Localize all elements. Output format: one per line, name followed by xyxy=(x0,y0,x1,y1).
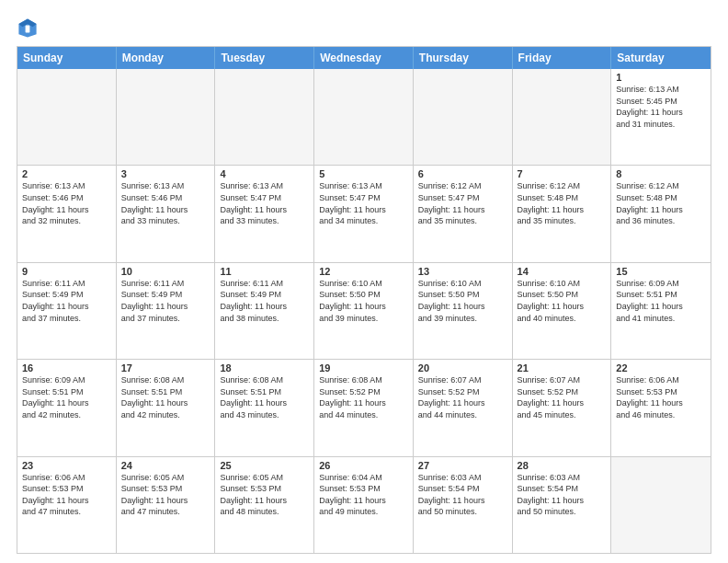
day-cell-11: 11Sunrise: 6:11 AM Sunset: 5:49 PM Dayli… xyxy=(215,263,314,359)
day-number: 18 xyxy=(220,362,309,373)
day-info: Sunrise: 6:13 AM Sunset: 5:46 PM Dayligh… xyxy=(121,180,210,226)
day-number: 26 xyxy=(319,460,408,471)
day-info: Sunrise: 6:12 AM Sunset: 5:48 PM Dayligh… xyxy=(518,180,607,226)
day-header-wednesday: Wednesday xyxy=(314,47,414,69)
header xyxy=(17,17,711,39)
day-info: Sunrise: 6:07 AM Sunset: 5:52 PM Dayligh… xyxy=(518,374,607,420)
day-cell-3: 3Sunrise: 6:13 AM Sunset: 5:46 PM Daylig… xyxy=(117,166,216,261)
day-info: Sunrise: 6:13 AM Sunset: 5:46 PM Dayligh… xyxy=(22,180,111,226)
day-cell-6: 6Sunrise: 6:12 AM Sunset: 5:47 PM Daylig… xyxy=(414,166,513,261)
day-cell-12: 12Sunrise: 6:10 AM Sunset: 5:50 PM Dayli… xyxy=(314,263,414,359)
day-info: Sunrise: 6:09 AM Sunset: 5:51 PM Dayligh… xyxy=(616,278,706,324)
day-cell-2: 2Sunrise: 6:13 AM Sunset: 5:46 PM Daylig… xyxy=(17,166,117,261)
day-number: 2 xyxy=(22,168,111,179)
day-cell-16: 16Sunrise: 6:09 AM Sunset: 5:51 PM Dayli… xyxy=(17,360,117,455)
day-cell-8: 8Sunrise: 6:12 AM Sunset: 5:48 PM Daylig… xyxy=(611,166,711,261)
day-cell-28: 28Sunrise: 6:03 AM Sunset: 5:54 PM Dayli… xyxy=(513,457,612,553)
day-number: 1 xyxy=(616,72,706,83)
weeks: 1Sunrise: 6:13 AM Sunset: 5:45 PM Daylig… xyxy=(17,69,711,553)
week-row-1: 1Sunrise: 6:13 AM Sunset: 5:45 PM Daylig… xyxy=(17,69,711,165)
calendar: SundayMondayTuesdayWednesdayThursdayFrid… xyxy=(17,46,711,554)
day-number: 12 xyxy=(319,266,408,277)
day-number: 16 xyxy=(22,362,111,373)
day-info: Sunrise: 6:11 AM Sunset: 5:49 PM Dayligh… xyxy=(22,278,111,324)
day-cell-19: 19Sunrise: 6:08 AM Sunset: 5:52 PM Dayli… xyxy=(314,360,414,455)
week-row-5: 23Sunrise: 6:06 AM Sunset: 5:53 PM Dayli… xyxy=(17,456,711,553)
day-header-friday: Friday xyxy=(513,47,612,69)
day-info: Sunrise: 6:08 AM Sunset: 5:51 PM Dayligh… xyxy=(121,374,210,420)
day-cell-1: 1Sunrise: 6:13 AM Sunset: 5:45 PM Daylig… xyxy=(611,69,711,165)
day-number: 13 xyxy=(418,266,507,277)
empty-cell xyxy=(513,69,612,165)
day-info: Sunrise: 6:13 AM Sunset: 5:47 PM Dayligh… xyxy=(220,180,309,226)
day-cell-15: 15Sunrise: 6:09 AM Sunset: 5:51 PM Dayli… xyxy=(611,263,711,359)
empty-cell xyxy=(215,69,314,165)
day-info: Sunrise: 6:06 AM Sunset: 5:53 PM Dayligh… xyxy=(22,472,111,518)
day-number: 25 xyxy=(220,460,309,471)
day-header-saturday: Saturday xyxy=(611,47,711,69)
day-info: Sunrise: 6:07 AM Sunset: 5:52 PM Dayligh… xyxy=(418,374,507,420)
day-cell-20: 20Sunrise: 6:07 AM Sunset: 5:52 PM Dayli… xyxy=(414,360,513,455)
day-number: 14 xyxy=(518,266,607,277)
day-header-sunday: Sunday xyxy=(17,47,117,69)
day-info: Sunrise: 6:13 AM Sunset: 5:47 PM Dayligh… xyxy=(319,180,408,226)
day-cell-18: 18Sunrise: 6:08 AM Sunset: 5:51 PM Dayli… xyxy=(215,360,314,455)
empty-cell xyxy=(414,69,513,165)
day-info: Sunrise: 6:11 AM Sunset: 5:49 PM Dayligh… xyxy=(121,278,210,324)
day-info: Sunrise: 6:06 AM Sunset: 5:53 PM Dayligh… xyxy=(616,374,706,420)
day-cell-23: 23Sunrise: 6:06 AM Sunset: 5:53 PM Dayli… xyxy=(17,457,117,553)
day-info: Sunrise: 6:04 AM Sunset: 5:53 PM Dayligh… xyxy=(319,472,408,518)
day-number: 17 xyxy=(121,362,210,373)
day-number: 4 xyxy=(220,168,309,179)
day-number: 20 xyxy=(418,362,507,373)
day-cell-5: 5Sunrise: 6:13 AM Sunset: 5:47 PM Daylig… xyxy=(314,166,414,261)
empty-cell xyxy=(17,69,117,165)
empty-cell xyxy=(611,457,711,553)
day-cell-26: 26Sunrise: 6:04 AM Sunset: 5:53 PM Dayli… xyxy=(314,457,414,553)
day-cell-14: 14Sunrise: 6:10 AM Sunset: 5:50 PM Dayli… xyxy=(513,263,612,359)
day-number: 27 xyxy=(418,460,507,471)
day-info: Sunrise: 6:10 AM Sunset: 5:50 PM Dayligh… xyxy=(418,278,507,324)
day-number: 11 xyxy=(220,266,309,277)
day-cell-4: 4Sunrise: 6:13 AM Sunset: 5:47 PM Daylig… xyxy=(215,166,314,261)
day-info: Sunrise: 6:08 AM Sunset: 5:51 PM Dayligh… xyxy=(220,374,309,420)
day-number: 28 xyxy=(518,460,607,471)
day-cell-13: 13Sunrise: 6:10 AM Sunset: 5:50 PM Dayli… xyxy=(414,263,513,359)
day-headers: SundayMondayTuesdayWednesdayThursdayFrid… xyxy=(17,47,711,69)
day-cell-17: 17Sunrise: 6:08 AM Sunset: 5:51 PM Dayli… xyxy=(117,360,216,455)
day-cell-10: 10Sunrise: 6:11 AM Sunset: 5:49 PM Dayli… xyxy=(117,263,216,359)
day-number: 9 xyxy=(22,266,111,277)
day-info: Sunrise: 6:12 AM Sunset: 5:47 PM Dayligh… xyxy=(418,180,507,226)
day-number: 15 xyxy=(616,266,706,277)
day-number: 7 xyxy=(518,168,607,179)
day-info: Sunrise: 6:11 AM Sunset: 5:49 PM Dayligh… xyxy=(220,278,309,324)
day-number: 22 xyxy=(616,362,706,373)
day-cell-24: 24Sunrise: 6:05 AM Sunset: 5:53 PM Dayli… xyxy=(117,457,216,553)
day-header-tuesday: Tuesday xyxy=(215,47,314,69)
day-info: Sunrise: 6:10 AM Sunset: 5:50 PM Dayligh… xyxy=(319,278,408,324)
empty-cell xyxy=(314,69,414,165)
svg-rect-2 xyxy=(26,26,30,33)
week-row-4: 16Sunrise: 6:09 AM Sunset: 5:51 PM Dayli… xyxy=(17,359,711,455)
day-cell-21: 21Sunrise: 6:07 AM Sunset: 5:52 PM Dayli… xyxy=(513,360,612,455)
day-number: 19 xyxy=(319,362,408,373)
page: SundayMondayTuesdayWednesdayThursdayFrid… xyxy=(0,0,728,563)
day-number: 8 xyxy=(616,168,706,179)
day-info: Sunrise: 6:09 AM Sunset: 5:51 PM Dayligh… xyxy=(22,374,111,420)
day-info: Sunrise: 6:05 AM Sunset: 5:53 PM Dayligh… xyxy=(220,472,309,518)
day-number: 23 xyxy=(22,460,111,471)
logo xyxy=(17,17,42,39)
day-cell-27: 27Sunrise: 6:03 AM Sunset: 5:54 PM Dayli… xyxy=(414,457,513,553)
day-number: 6 xyxy=(418,168,507,179)
day-info: Sunrise: 6:12 AM Sunset: 5:48 PM Dayligh… xyxy=(616,180,706,226)
day-cell-9: 9Sunrise: 6:11 AM Sunset: 5:49 PM Daylig… xyxy=(17,263,117,359)
day-info: Sunrise: 6:03 AM Sunset: 5:54 PM Dayligh… xyxy=(518,472,607,518)
day-info: Sunrise: 6:13 AM Sunset: 5:45 PM Dayligh… xyxy=(616,84,706,130)
day-number: 3 xyxy=(121,168,210,179)
day-header-thursday: Thursday xyxy=(414,47,513,69)
day-info: Sunrise: 6:10 AM Sunset: 5:50 PM Dayligh… xyxy=(518,278,607,324)
empty-cell xyxy=(117,69,216,165)
day-info: Sunrise: 6:08 AM Sunset: 5:52 PM Dayligh… xyxy=(319,374,408,420)
logo-icon xyxy=(17,17,39,39)
day-cell-22: 22Sunrise: 6:06 AM Sunset: 5:53 PM Dayli… xyxy=(611,360,711,455)
